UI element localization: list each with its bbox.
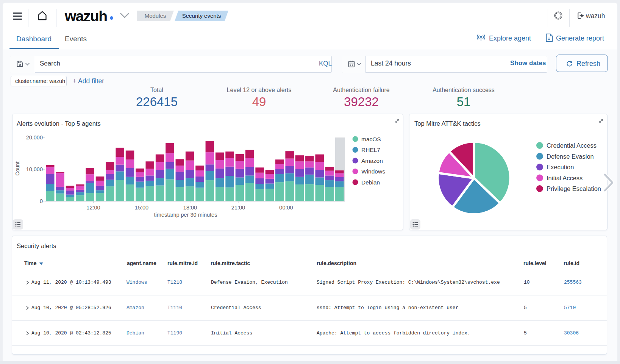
svg-text:10,000: 10,000 [26,166,43,172]
svg-text:RHEL7: RHEL7 [361,147,380,153]
svg-text:21:00: 21:00 [231,205,245,211]
svg-text:12:00: 12:00 [86,205,100,211]
svg-text:Credential Access: Credential Access [547,142,597,149]
svg-text:Amazon: Amazon [361,158,383,164]
svg-text:18:00: 18:00 [183,205,197,211]
svg-text:Privilege Escalation: Privilege Escalation [547,185,601,192]
svg-text:0: 0 [40,198,43,204]
svg-text:20,000: 20,000 [26,134,43,141]
svg-text:00:00: 00:00 [279,205,293,211]
svg-text:Defense Evasion: Defense Evasion [547,153,594,160]
svg-text:Initial Access: Initial Access [547,175,583,181]
svg-text:Windows: Windows [361,168,385,175]
svg-text:15:00: 15:00 [135,205,148,211]
svg-text:Count: Count [14,161,20,175]
svg-text:Debian: Debian [361,179,380,186]
svg-text:timestamp per 30 minutes: timestamp per 30 minutes [154,212,217,218]
svg-text:macOS: macOS [361,136,381,142]
svg-text:Execution: Execution [547,164,574,170]
